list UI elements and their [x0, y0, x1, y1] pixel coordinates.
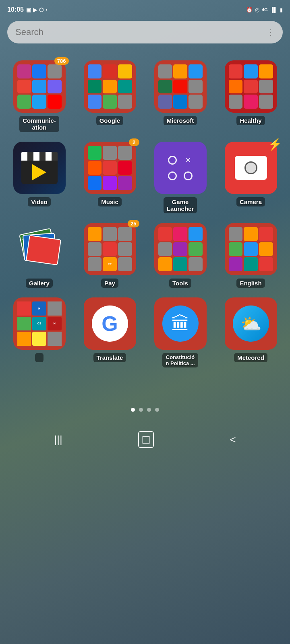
- status-bar: 10:05 ▣ ▶ ⬡ ● ⏰ ◎ 4G ▐▌ ▮: [0, 0, 290, 18]
- back-button[interactable]: <: [230, 433, 236, 446]
- page-dots: [0, 396, 290, 420]
- misc-folder-icon: H CS H: [13, 297, 66, 350]
- app-label-google: Google: [96, 116, 124, 125]
- app-item-pay[interactable]: 25 PT Pay: [75, 217, 145, 292]
- app-item-game-launcher[interactable]: × GameLauncher: [145, 136, 215, 217]
- app-item-tools[interactable]: Tools: [145, 217, 215, 292]
- app-label-game-launcher: GameLauncher: [164, 197, 197, 213]
- wifi-icon: ◎: [255, 7, 259, 13]
- app-item-healthy[interactable]: Healthy: [215, 55, 286, 136]
- app-item-google[interactable]: Google: [75, 55, 145, 136]
- constitution-icon: 🏛: [154, 297, 207, 350]
- battery-icon: ▮: [280, 7, 283, 13]
- page-dot-2[interactable]: [139, 408, 143, 412]
- app-item-camera[interactable]: ⚡ Camera: [215, 136, 286, 217]
- folder-icon-communication: [13, 60, 66, 113]
- home-button[interactable]: □: [138, 431, 153, 448]
- 4g-label: 4G: [262, 7, 268, 12]
- app-item-music[interactable]: 2 Music: [75, 136, 145, 217]
- app-label-misc: [35, 353, 43, 362]
- game-launcher-icon: ×: [154, 142, 207, 194]
- app-label-english: English: [236, 279, 265, 288]
- app-label-video: Video: [28, 197, 51, 206]
- app-item-gallery[interactable]: ★ Gallery: [4, 217, 75, 292]
- app-item-english[interactable]: English: [215, 217, 286, 292]
- page-dot-3[interactable]: [147, 408, 151, 412]
- camera-icon: ⚡: [225, 142, 277, 194]
- dot-icon: ●: [46, 8, 48, 12]
- recent-apps-button[interactable]: |||: [54, 433, 62, 446]
- app-label-microsoft: Microsoft: [164, 116, 197, 125]
- folder-icon-healthy: [225, 60, 277, 113]
- youtube-icon: ▶: [33, 7, 37, 13]
- folder-icon-english: [225, 223, 277, 275]
- gallery-icon: ★: [13, 223, 66, 275]
- folder-icon-pay: PT: [84, 223, 136, 275]
- screen-record-icon: ▣: [26, 7, 31, 13]
- app-label-constitution: Constitución Política ...: [162, 353, 198, 367]
- folder-icon-microsoft: [154, 60, 207, 113]
- app-grid: 786 Communic-ation: [0, 51, 290, 372]
- meteored-icon: ⛅: [225, 297, 277, 350]
- app-label-communication: Communic-ation: [19, 116, 59, 132]
- signal-icon: ▐▌: [270, 7, 278, 13]
- time-display: 10:05: [7, 6, 24, 13]
- app-item-communication[interactable]: 786 Communic-ation: [4, 55, 75, 136]
- app-label-camera: Camera: [236, 197, 265, 206]
- app-label-tools: Tools: [169, 279, 191, 288]
- page-dot-4[interactable]: [155, 408, 159, 412]
- folder-icon-tools: [154, 223, 207, 275]
- badge-music: 2: [129, 138, 139, 146]
- messenger-icon: ⬡: [39, 7, 44, 13]
- badge-communication: 786: [54, 57, 69, 65]
- search-bar[interactable]: ⋮: [7, 21, 283, 43]
- search-input[interactable]: [15, 27, 267, 37]
- folder-icon-music: [84, 142, 136, 194]
- app-label-gallery: Gallery: [26, 279, 53, 288]
- badge-pay: 25: [128, 220, 139, 227]
- app-label-meteored: Meteored: [234, 353, 267, 362]
- app-item-microsoft[interactable]: Microsoft: [145, 55, 215, 136]
- translate-icon: G: [84, 297, 136, 350]
- app-label-pay: Pay: [101, 279, 118, 288]
- app-item-constitution[interactable]: 🏛 Constitución Política ...: [145, 292, 215, 372]
- alarm-icon: ⏰: [246, 7, 253, 13]
- app-label-translate: Translate: [93, 353, 126, 362]
- app-label-healthy: Healthy: [236, 116, 265, 125]
- folder-icon-google: [84, 60, 136, 113]
- page-dot-1[interactable]: [131, 408, 135, 412]
- more-options-icon[interactable]: ⋮: [267, 27, 275, 37]
- app-item-misc[interactable]: H CS H: [4, 292, 75, 372]
- app-label-music: Music: [98, 197, 122, 206]
- app-item-translate[interactable]: G Translate: [75, 292, 145, 372]
- app-item-meteored[interactable]: ⛅ Meteored: [215, 292, 286, 372]
- app-item-video[interactable]: Video: [4, 136, 75, 217]
- video-icon: [13, 142, 66, 194]
- bottom-nav-bar: ||| □ <: [0, 424, 290, 455]
